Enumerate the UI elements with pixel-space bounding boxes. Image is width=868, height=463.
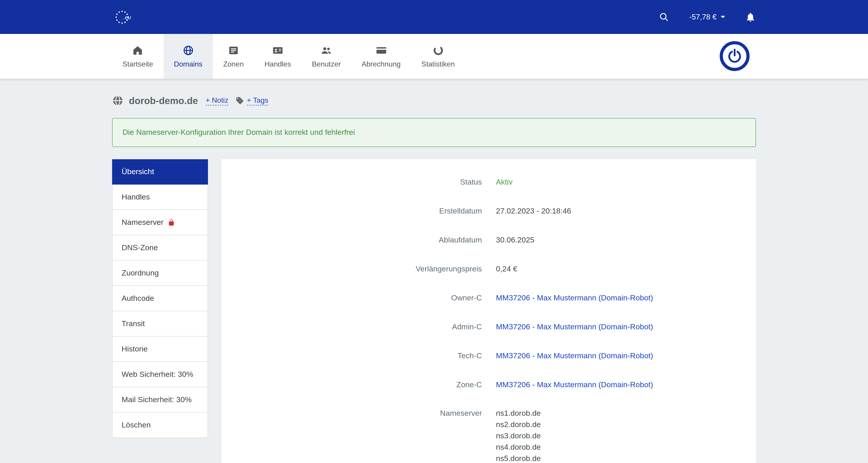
row-label: Ablaufdatum	[221, 234, 482, 245]
detail-row-ablaufdatum: Ablaufdatum 30.06.2025	[221, 225, 756, 254]
nav-item-label: Startseite	[123, 60, 153, 68]
sidebar-item-label: Transit	[122, 319, 145, 328]
topbar-actions: -57,78 €	[659, 11, 756, 22]
account-balance: -57,78 €	[689, 13, 717, 21]
sidebar-item-label: Handles	[122, 193, 150, 202]
nav-item-benutzer[interactable]: Benutzer	[302, 34, 351, 79]
nav-item-label: Statistiken	[421, 60, 455, 68]
sidebar-item-label: Übersicht	[122, 167, 154, 176]
eu-stars-logo-icon: .eu	[112, 8, 138, 26]
status-value: Aktiv	[496, 176, 513, 187]
nameserver-entry: ns1.dorob.de	[496, 408, 541, 419]
detail-row-owner-c: Owner-C MM37206 - Max Mustermann (Domain…	[221, 283, 756, 312]
notifications-button[interactable]	[745, 11, 756, 22]
nameserver-entry: ns5.dorob.de	[496, 453, 541, 463]
topbar: .eu -57,78 €	[0, 0, 868, 34]
list-icon	[228, 45, 239, 56]
credit-card-icon	[375, 45, 387, 56]
add-note-link[interactable]: + Notiz	[206, 96, 228, 105]
nav-item-label: Handles	[265, 60, 291, 68]
account-balance-dropdown[interactable]: -57,78 €	[689, 13, 725, 21]
domain-sidebar: Übersicht Handles Nameserver DNS-Zone Zu…	[112, 159, 208, 438]
nameserver-ok-alert: Die Nameserver-Konfiguration Ihrer Domai…	[112, 118, 756, 147]
nav-item-label: Abrechnung	[362, 60, 401, 68]
detail-row-admin-c: Admin-C MM37206 - Max Mustermann (Domain…	[221, 312, 756, 341]
nameserver-entry: ns3.dorob.de	[496, 430, 541, 441]
page-title: dorob-demo.de	[129, 95, 198, 106]
row-label: Tech-C	[221, 350, 482, 361]
row-label: Admin-C	[221, 321, 482, 332]
nav-item-zonen[interactable]: Zonen	[213, 34, 254, 79]
sidebar-item-web-sicherheit[interactable]: Web Sicherheit: 30%	[112, 362, 208, 387]
detail-row-status: Status Aktiv	[221, 167, 756, 196]
row-value: 30.06.2025	[496, 234, 534, 245]
domain-title-row: dorob-demo.de + Notiz + Tags	[112, 95, 756, 106]
detail-row-nameserver: Nameserver ns1.dorob.de ns2.dorob.de ns3…	[221, 399, 756, 463]
contact-card-icon	[272, 45, 283, 56]
people-icon	[321, 45, 332, 56]
sidebar-item-nameserver[interactable]: Nameserver	[112, 210, 208, 235]
nav-item-domains[interactable]: Domains	[163, 34, 213, 79]
sidebar-item-historie[interactable]: Historie	[112, 337, 208, 362]
sidebar-item-label: DNS-Zone	[122, 243, 158, 252]
sidebar-item-label: Web Sicherheit: 30%	[122, 370, 193, 379]
detail-row-zone-c: Zone-C MM37206 - Max Mustermann (Domain-…	[221, 370, 756, 399]
nav-item-label: Zonen	[223, 60, 244, 68]
row-value: 27.02.2023 - 20:18:46	[496, 205, 571, 216]
content-area: dorob-demo.de + Notiz + Tags Die Nameser…	[0, 79, 868, 463]
row-label: Erstelldatum	[221, 205, 482, 216]
sidebar-item-label: Mail Sicherheit: 30%	[122, 395, 192, 404]
donut-chart-icon	[432, 45, 444, 56]
row-label: Owner-C	[221, 292, 482, 303]
unlock-icon	[167, 219, 175, 226]
home-icon	[132, 45, 144, 56]
sidebar-item-mail-sicherheit[interactable]: Mail Sicherheit: 30%	[112, 387, 208, 412]
zone-c-handle-link[interactable]: MM37206 - Max Mustermann (Domain-Robot)	[496, 379, 653, 390]
sidebar-item-uebersicht[interactable]: Übersicht	[112, 159, 208, 184]
tech-c-handle-link[interactable]: MM37206 - Max Mustermann (Domain-Robot)	[496, 350, 653, 361]
sidebar-item-dns-zone[interactable]: DNS-Zone	[112, 235, 208, 261]
sidebar-item-transit[interactable]: Transit	[112, 311, 208, 337]
sidebar-item-authcode[interactable]: Authcode	[112, 286, 208, 311]
add-tags-link[interactable]: + Tags	[247, 96, 268, 105]
owner-c-handle-link[interactable]: MM37206 - Max Mustermann (Domain-Robot)	[496, 292, 653, 303]
globe-icon	[112, 95, 123, 106]
detail-row-verlaengerungspreis: Verlängerungspreis 0,24 €	[221, 254, 756, 283]
sidebar-item-label: Zuordnung	[122, 268, 159, 278]
nameserver-entry: ns2.dorob.de	[496, 419, 541, 430]
globe-icon	[182, 45, 194, 56]
sidebar-item-label: Historie	[122, 345, 148, 353]
logo-text: .eu	[123, 14, 131, 20]
nameserver-list: ns1.dorob.de ns2.dorob.de ns3.dorob.de n…	[496, 408, 541, 463]
sidebar-item-loeschen[interactable]: Löschen	[112, 412, 208, 438]
admin-c-handle-link[interactable]: MM37206 - Max Mustermann (Domain-Robot)	[496, 321, 653, 332]
sidebar-item-label: Authcode	[122, 294, 154, 303]
main-nav: Startseite Domains Zonen	[0, 34, 868, 79]
brand-logo-button[interactable]	[720, 41, 749, 71]
detail-row-erstelldatum: Erstelldatum 27.02.2023 - 20:18:46	[221, 196, 756, 225]
sidebar-item-zuordnung[interactable]: Zuordnung	[112, 261, 208, 286]
detail-row-tech-c: Tech-C MM37206 - Max Mustermann (Domain-…	[221, 341, 756, 370]
nameserver-entry: ns4.dorob.de	[496, 441, 541, 453]
search-button[interactable]	[659, 12, 669, 22]
nav-item-label: Domains	[174, 60, 202, 68]
nav-item-abrechnung[interactable]: Abrechnung	[351, 34, 411, 79]
row-value: 0,24 €	[496, 263, 518, 274]
nav-item-startseite[interactable]: Startseite	[112, 34, 163, 79]
chevron-down-icon	[721, 16, 725, 18]
power-icon	[726, 48, 743, 64]
row-label: Status	[221, 176, 482, 187]
search-icon	[659, 12, 669, 22]
row-label: Zone-C	[221, 379, 482, 390]
bell-icon	[745, 11, 756, 22]
app: .eu -57,78 €	[0, 0, 868, 463]
nav-item-handles[interactable]: Handles	[254, 34, 301, 79]
nav-item-statistiken[interactable]: Statistiken	[411, 34, 465, 79]
eu-stars-logo[interactable]: .eu	[112, 8, 138, 26]
sidebar-item-handles[interactable]: Handles	[112, 184, 208, 210]
tag-icon	[236, 96, 244, 105]
nav-item-label: Benutzer	[312, 60, 341, 68]
row-label: Nameserver	[221, 408, 482, 419]
row-label: Verlängerungspreis	[221, 263, 482, 274]
domain-overview-card: Status Aktiv Erstelldatum 27.02.2023 - 2…	[221, 159, 756, 463]
